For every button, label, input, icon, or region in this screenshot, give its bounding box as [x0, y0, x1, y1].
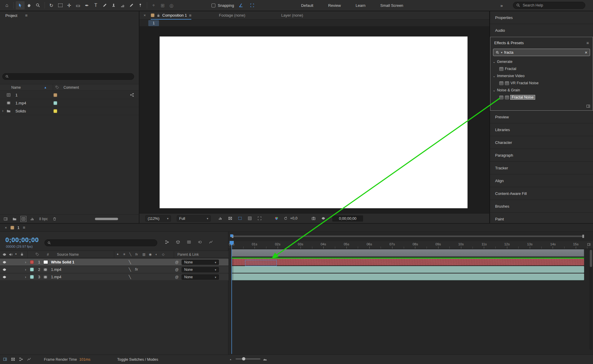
region-of-interest-icon[interactable]: [257, 216, 262, 220]
lock-icon[interactable]: [157, 14, 160, 17]
layer-number-column[interactable]: #: [47, 252, 49, 257]
frame-blending-icon[interactable]: [187, 240, 191, 244]
close-icon[interactable]: ×: [5, 225, 7, 230]
pan-behind-tool-icon[interactable]: ✛: [65, 1, 74, 9]
color-management-icon[interactable]: [274, 216, 279, 220]
panel-properties[interactable]: Properties: [490, 11, 593, 24]
mini-flowchart-icon[interactable]: [165, 240, 169, 244]
effect-item-vr-fractal-noise[interactable]: VR Fractal Noise: [490, 80, 593, 87]
selected-effect-label[interactable]: Fractal Noise: [511, 95, 535, 99]
column-comment[interactable]: Comment: [63, 85, 79, 90]
navigator-playhead[interactable]: [230, 234, 233, 237]
snapping-checkbox[interactable]: [212, 4, 215, 7]
effect-item-fractal-noise[interactable]: Fractal Noise: [490, 94, 593, 101]
threed-switch-icon[interactable]: ◇: [162, 252, 164, 256]
quality-switch-icon[interactable]: ╲: [129, 252, 131, 256]
horizontal-scrollbar[interactable]: [95, 218, 118, 220]
fx-switch-icon[interactable]: fx: [135, 252, 138, 256]
work-area-bar[interactable]: [232, 249, 584, 257]
parent-link-dropdown[interactable]: None ▾: [182, 260, 219, 265]
composition-canvas[interactable]: [160, 36, 468, 208]
chevron-down-icon[interactable]: ⌄: [493, 88, 495, 92]
help-search-box[interactable]: [513, 2, 585, 9]
eraser-tool-icon[interactable]: [118, 1, 127, 9]
expand-chevron-icon[interactable]: ›: [25, 267, 26, 272]
transfer-controls-pane-icon[interactable]: [11, 357, 15, 361]
project-row-solids-folder[interactable]: › Solids: [0, 107, 139, 115]
layer-name[interactable]: White Solid 1: [51, 260, 74, 264]
effects-search-input[interactable]: [504, 50, 583, 55]
magnification-dropdown[interactable]: (112%) ▾: [145, 215, 171, 222]
effect-item-fractal[interactable]: Fractal: [490, 65, 593, 72]
tab-footage[interactable]: Footage (none): [219, 13, 245, 18]
project-search-box[interactable]: [2, 73, 134, 80]
snapshot-camera-icon[interactable]: [311, 216, 316, 220]
axis-view-icon[interactable]: ◎: [167, 1, 176, 9]
grid-guides-icon[interactable]: [248, 216, 252, 220]
panel-audio[interactable]: Audio: [490, 24, 593, 37]
label-color-chip[interactable]: [53, 101, 57, 105]
label-column-icon[interactable]: [36, 252, 39, 256]
panel-brushes[interactable]: Brushes: [490, 200, 593, 213]
project-row-footage[interactable]: 1.mp4: [0, 99, 139, 107]
panel-menu-icon[interactable]: ≡: [25, 13, 27, 18]
panel-tracker[interactable]: Tracker: [490, 162, 593, 174]
show-snapshot-icon[interactable]: [321, 216, 325, 220]
frame-blend-switch-icon[interactable]: ▥: [142, 252, 145, 256]
parent-link-dropdown[interactable]: None ▾: [182, 274, 219, 280]
timeline-search-box[interactable]: [44, 239, 157, 246]
timeline-search-input[interactable]: [53, 241, 148, 245]
interpret-footage-icon[interactable]: [4, 217, 8, 221]
effects-presets-header[interactable]: Effects & Presets ≡: [490, 37, 593, 49]
adjustment-switch-icon[interactable]: ◐: [155, 252, 158, 256]
snap-angle-icon[interactable]: ∠: [236, 1, 245, 9]
playhead-line[interactable]: [231, 241, 232, 354]
pen-tool-icon[interactable]: ✒: [82, 1, 91, 9]
timeline-track-area[interactable]: 00s 01s 02s 03s 04s 05s 06s 07s 08s 09s …: [228, 232, 593, 355]
workspace-learn[interactable]: Learn: [356, 3, 365, 8]
panel-menu-icon[interactable]: ≡: [189, 13, 191, 18]
help-search-input[interactable]: [523, 3, 576, 7]
comp-marker-bin-icon[interactable]: [587, 243, 591, 246]
panel-character[interactable]: Character: [490, 136, 593, 149]
reset-exposure-icon[interactable]: [284, 216, 288, 220]
column-divider[interactable]: [53, 84, 53, 91]
eye-icon[interactable]: [2, 260, 7, 264]
clear-search-icon[interactable]: ×: [585, 50, 587, 55]
scrollbar-thumb[interactable]: [590, 250, 592, 267]
timeline-tab-label[interactable]: 1: [18, 225, 20, 230]
panel-menu-icon[interactable]: ≡: [586, 41, 589, 45]
tab-composition-1[interactable]: Composition 1 ≡: [151, 11, 191, 20]
motion-blur-icon[interactable]: [198, 240, 202, 244]
eye-icon[interactable]: [2, 268, 7, 272]
vertical-scrollbar[interactable]: [589, 249, 592, 350]
mask-visibility-icon[interactable]: [238, 216, 242, 220]
new-folder-icon[interactable]: [12, 217, 17, 221]
zoom-slider-knob[interactable]: [242, 357, 245, 360]
layer-row-3[interactable]: › 3 1.mp4 ╲ @ None ▾: [0, 274, 228, 281]
project-depth-icon[interactable]: [30, 217, 34, 221]
clone-stamp-tool-icon[interactable]: [109, 1, 118, 9]
label-color-chip[interactable]: [53, 109, 57, 113]
layer-color-chip[interactable]: [30, 275, 34, 279]
solid-color-swatch[interactable]: [43, 260, 48, 264]
new-composition-icon[interactable]: [21, 217, 26, 221]
quality-icon[interactable]: ╲: [129, 275, 131, 279]
show-channel-icon[interactable]: [218, 216, 222, 220]
panel-paragraph[interactable]: Paragraph: [490, 149, 593, 162]
current-timecode[interactable]: 0;00;00;00: [5, 236, 39, 244]
workspace-small-screen[interactable]: Small Screen: [380, 3, 403, 8]
zoom-tool-icon[interactable]: [34, 1, 42, 9]
layer-bar-white-solid[interactable]: [232, 259, 584, 266]
panel-align[interactable]: Align: [490, 174, 593, 187]
puppet-pin-tool-icon[interactable]: [136, 1, 145, 9]
layer-color-chip[interactable]: [30, 268, 34, 271]
render-performance-icon[interactable]: [27, 357, 31, 361]
layer-name[interactable]: 1.mp4: [51, 275, 61, 279]
audio-column-icon[interactable]: [9, 252, 13, 257]
zoom-out-mountain-icon[interactable]: [229, 357, 233, 361]
label-color-chip[interactable]: [53, 93, 57, 97]
lock-column-icon[interactable]: [20, 252, 24, 256]
solo-column-icon[interactable]: ●: [15, 252, 17, 255]
layer-bar-mp4-2[interactable]: [232, 274, 584, 280]
